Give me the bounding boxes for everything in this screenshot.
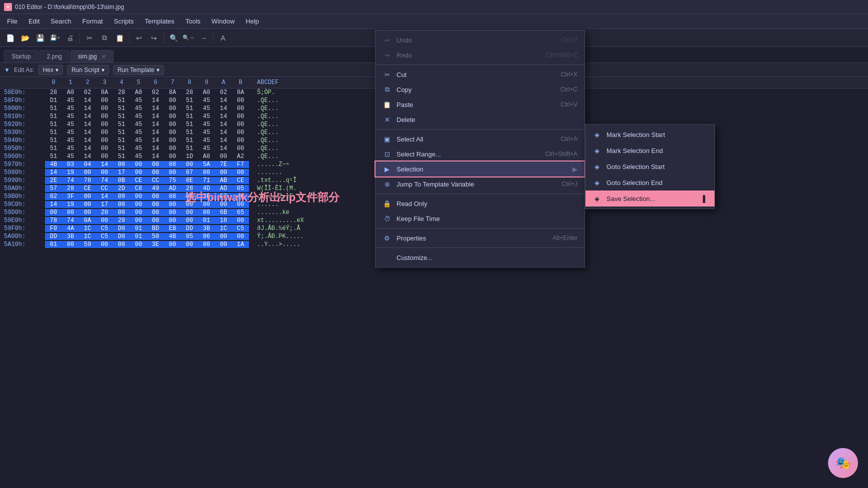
menu-tools[interactable]: Tools	[180, 16, 206, 27]
hex-byte-14-0[interactable]: 14	[45, 201, 62, 208]
hex-byte-8-7[interactable]: 00	[164, 153, 181, 160]
hex-byte-17-3[interactable]: C5	[96, 225, 113, 232]
hex-byte-1-10[interactable]: 14	[215, 97, 232, 104]
hex-byte-0-6[interactable]: 02	[147, 89, 164, 96]
hex-byte-2-0[interactable]: 51	[45, 105, 62, 112]
hex-byte-3-3[interactable]: 00	[96, 113, 113, 120]
hex-byte-19-10[interactable]: 00	[215, 241, 232, 248]
hex-byte-17-6[interactable]: BD	[147, 225, 164, 232]
undo-button[interactable]: ↩	[132, 31, 146, 45]
submenu-mark-start[interactable]: ◈ Mark Selection Start	[586, 126, 714, 142]
hex-byte-6-2[interactable]: 14	[79, 137, 96, 144]
hex-byte-8-2[interactable]: 14	[79, 153, 96, 160]
redo-button[interactable]: ↪	[147, 31, 161, 45]
hex-byte-12-11[interactable]: 05	[232, 185, 249, 192]
ctx-redo[interactable]: ↪ Redo Ctrl+Shift+Z	[376, 48, 584, 62]
find-replace-button[interactable]: 🔍↔	[182, 31, 196, 45]
hex-byte-0-0[interactable]: 28	[45, 89, 62, 96]
hex-byte-12-2[interactable]: CE	[79, 185, 96, 192]
hex-byte-18-6[interactable]: 50	[147, 233, 164, 240]
hex-byte-17-0[interactable]: F0	[45, 225, 62, 232]
hex-byte-18-1[interactable]: 3B	[62, 233, 79, 240]
hex-byte-3-8[interactable]: 51	[181, 113, 198, 120]
hex-byte-5-11[interactable]: 00	[232, 129, 249, 136]
hex-byte-0-2[interactable]: 02	[79, 89, 96, 96]
hex-byte-13-1[interactable]: 3F	[62, 193, 79, 200]
tab-close-icon[interactable]: ✕	[102, 54, 106, 60]
hex-byte-17-9[interactable]: 3B	[198, 225, 215, 232]
hex-byte-15-6[interactable]: 00	[147, 209, 164, 216]
hex-byte-9-2[interactable]: 04	[79, 161, 96, 168]
hex-byte-8-3[interactable]: 00	[96, 153, 113, 160]
hex-byte-1-9[interactable]: 45	[198, 97, 215, 104]
hex-byte-11-7[interactable]: 75	[164, 177, 181, 184]
hex-byte-11-11[interactable]: CE	[232, 177, 249, 184]
ctx-select-all[interactable]: ▣ Select All Ctrl+A	[376, 132, 584, 146]
hex-byte-14-5[interactable]: 00	[130, 201, 147, 208]
hex-byte-6-8[interactable]: 51	[181, 137, 198, 144]
hex-byte-19-4[interactable]: 00	[113, 241, 130, 248]
hex-byte-18-3[interactable]: C5	[96, 233, 113, 240]
hex-byte-14-4[interactable]: 00	[113, 201, 130, 208]
hex-byte-10-7[interactable]: 00	[164, 169, 181, 176]
hex-byte-15-11[interactable]: 65	[232, 209, 249, 216]
hex-byte-15-1[interactable]: 00	[62, 209, 79, 216]
hex-byte-3-10[interactable]: 14	[215, 113, 232, 120]
hex-byte-17-5[interactable]: 01	[130, 225, 147, 232]
hex-byte-11-4[interactable]: 0B	[113, 177, 130, 184]
hex-byte-1-0[interactable]: D1	[45, 97, 62, 104]
hex-byte-15-4[interactable]: 00	[113, 209, 130, 216]
hex-byte-3-2[interactable]: 14	[79, 113, 96, 120]
open-button[interactable]: 📂	[18, 31, 32, 45]
hex-byte-18-7[interactable]: 4B	[164, 233, 181, 240]
hex-byte-8-9[interactable]: A8	[198, 153, 215, 160]
hex-byte-5-2[interactable]: 14	[79, 129, 96, 136]
hex-byte-14-6[interactable]: 00	[147, 201, 164, 208]
hex-byte-7-4[interactable]: 51	[113, 145, 130, 152]
hex-byte-8-5[interactable]: 45	[130, 153, 147, 160]
hex-byte-5-5[interactable]: 45	[130, 129, 147, 136]
hex-byte-1-7[interactable]: 00	[164, 97, 181, 104]
run-script-dropdown[interactable]: Run Script ▾	[67, 65, 109, 75]
hex-byte-18-10[interactable]: 00	[215, 233, 232, 240]
hex-byte-14-8[interactable]: 00	[181, 201, 198, 208]
hex-byte-12-8[interactable]: 28	[181, 185, 198, 192]
hex-byte-18-4[interactable]: D0	[113, 233, 130, 240]
hex-byte-19-5[interactable]: 00	[130, 241, 147, 248]
tab-simjpg[interactable]: sim.jpg ✕	[70, 50, 114, 62]
hex-byte-7-6[interactable]: 14	[147, 145, 164, 152]
hex-byte-13-0[interactable]: 02	[45, 193, 62, 200]
hex-byte-13-10[interactable]: F7	[215, 193, 232, 200]
hex-byte-1-1[interactable]: 45	[62, 97, 79, 104]
hex-byte-11-6[interactable]: CC	[147, 177, 164, 184]
hex-byte-8-10[interactable]: 00	[215, 153, 232, 160]
save-button[interactable]: 💾	[33, 31, 47, 45]
hex-byte-4-4[interactable]: 51	[113, 121, 130, 128]
hex-byte-7-10[interactable]: 14	[215, 145, 232, 152]
goto-button[interactable]: →	[196, 31, 210, 45]
hex-byte-9-9[interactable]: 5A	[198, 161, 215, 168]
hex-byte-4-8[interactable]: 51	[181, 121, 198, 128]
hex-byte-5-7[interactable]: 00	[164, 129, 181, 136]
hex-byte-5-6[interactable]: 14	[147, 129, 164, 136]
hex-byte-11-1[interactable]: 74	[62, 177, 79, 184]
hex-byte-0-7[interactable]: 8A	[164, 89, 181, 96]
hex-byte-16-11[interactable]: 00	[232, 217, 249, 224]
hex-byte-19-11[interactable]: 1A	[232, 241, 249, 248]
hex-byte-6-11[interactable]: 00	[232, 137, 249, 144]
hex-byte-4-10[interactable]: 14	[215, 121, 232, 128]
hex-byte-13-4[interactable]: 09	[113, 193, 130, 200]
hex-byte-6-7[interactable]: 00	[164, 137, 181, 144]
ctx-delete[interactable]: ✕ Delete	[376, 112, 584, 127]
hex-byte-6-1[interactable]: 45	[62, 137, 79, 144]
hex-byte-3-7[interactable]: 00	[164, 113, 181, 120]
hex-byte-6-5[interactable]: 45	[130, 137, 147, 144]
hex-byte-8-4[interactable]: 51	[113, 153, 130, 160]
hex-byte-12-9[interactable]: 4D	[198, 185, 215, 192]
hex-byte-11-10[interactable]: AB	[215, 177, 232, 184]
hex-byte-4-0[interactable]: 51	[45, 121, 62, 128]
hex-byte-0-1[interactable]: A0	[62, 89, 79, 96]
hex-byte-7-11[interactable]: 00	[232, 145, 249, 152]
copy-button[interactable]: ⧉	[98, 31, 112, 45]
hex-byte-0-4[interactable]: 28	[113, 89, 130, 96]
